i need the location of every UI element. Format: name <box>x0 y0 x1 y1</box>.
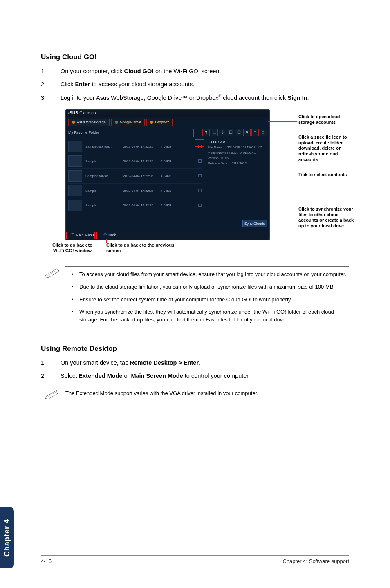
callout-open-accounts: Click to open cloud storage accounts <box>298 114 352 126</box>
bold-text: Sign In <box>287 94 307 101</box>
text: to control your computer. <box>183 373 250 379</box>
file-name: Sample <box>85 204 120 207</box>
select-all-icon[interactable]: ≡ <box>251 129 259 136</box>
note-body: •To access your cloud files from your sm… <box>65 266 349 328</box>
page-number: 4-16 <box>41 558 52 564</box>
tab-label: Google Drive <box>120 120 141 124</box>
file-size: 4.04KB <box>161 145 195 148</box>
info-heading: Cloud GO! <box>208 140 266 144</box>
info-line: Version : 0706 <box>208 156 266 160</box>
step-text: Log into your Asus WebStorage, Google Dr… <box>61 94 349 102</box>
bold-text: Remote Desktop > Enter <box>130 359 199 366</box>
file-thumbnail <box>68 200 82 211</box>
step-3: 3. Log into your Asus WebStorage, Google… <box>41 94 349 102</box>
create-folder-icon[interactable]: ▭ <box>211 129 218 136</box>
delete-icon[interactable]: ✕ <box>243 129 251 136</box>
back-arrow-icon: ↶ <box>103 232 107 238</box>
callout-toolbar: Click a specific icon to upload, create … <box>298 135 356 163</box>
cloud-tabs: Asus Webstorage Google Drive Dropbox <box>66 117 269 128</box>
table-row[interactable]: Sample 2012-04-04 17:22:36 4.04KB <box>68 183 202 198</box>
step-number: 3. <box>41 94 61 102</box>
note-item: •To access your cloud files from your sm… <box>65 271 349 278</box>
file-checkbox[interactable] <box>198 189 202 192</box>
file-checkbox[interactable] <box>198 145 202 148</box>
annotation-line <box>268 121 297 122</box>
note-text-single: The Extended Mode support varies with th… <box>65 388 349 399</box>
table-row[interactable]: Sample 2012-04-04 17:22:36 4.04KB <box>68 198 202 213</box>
text: . <box>199 359 200 366</box>
tab-dropbox[interactable]: Dropbox <box>146 119 173 126</box>
bullet: • <box>65 283 79 291</box>
asus-webstorage-icon <box>72 121 75 124</box>
note-icon-area <box>41 266 65 328</box>
file-date: 2012-04-04 17:22:36 <box>123 189 157 193</box>
text: to access your cloud storage accounts. <box>90 81 195 88</box>
info-line: Model Name : P8Z77-V DELUXE <box>208 151 266 155</box>
file-checkbox[interactable] <box>198 204 202 207</box>
callout-tick: Tick to select contents <box>298 172 347 178</box>
step-number: 1. <box>41 359 61 367</box>
table-row[interactable]: Sample 2012-04-04 17:22:36 4.04KB <box>68 154 202 168</box>
table-row[interactable]: Sampleanalysis... 2012-04-04 17:22:36 4.… <box>68 168 202 183</box>
sync-clouds-button[interactable]: Sync Clouds <box>242 220 267 227</box>
info-line: Release Date : 12/19/2012 <box>208 162 266 165</box>
cloud-go-figure: /SUS Cloud go Asus Webstorage Google Dri… <box>41 109 352 256</box>
chapter-title: Chapter 4: Software support <box>282 558 349 564</box>
info-panel: Cloud GO! File Name : 12345678-12345678_… <box>204 137 269 231</box>
back-button[interactable]: ↶ Back <box>100 231 119 239</box>
bottombar: ☰ Main Menu ↶ Back <box>66 231 269 240</box>
note-text: Due to the cloud storage limitation, you… <box>79 283 349 291</box>
tab-label: Dropbox <box>155 120 169 124</box>
toolbar: My Favorite Folder ⇧ ▭ ⇩ ☐ ☐ ✕ ≡ ⟳ <box>66 128 269 137</box>
text: cloud account then click <box>221 94 287 101</box>
bold-text: Main Screen Mode <box>131 373 183 379</box>
page: Using Cloud GO! 1. On your computer, cli… <box>0 0 390 588</box>
download-icon[interactable]: ⇩ <box>219 129 226 136</box>
bold-text: Extended Mode <box>78 373 122 379</box>
callout-sync: Click to synchronize your files to other… <box>298 206 356 229</box>
note-block-remote-desktop: The Extended Mode support varies with th… <box>41 388 349 399</box>
tab-google-drive[interactable]: Google Drive <box>111 119 145 126</box>
copy-icon[interactable]: ☐ <box>227 129 234 136</box>
refresh-icon[interactable]: ⟳ <box>260 129 267 136</box>
section-heading-cloud-go: Using Cloud GO! <box>41 53 349 61</box>
main-menu-label: Main Menu <box>76 233 94 237</box>
main-menu-button[interactable]: ☰ Main Menu <box>68 232 97 238</box>
step-2-rd: 2. Select Extended Mode or Main Screen M… <box>41 372 349 380</box>
step-2: 2. Click Enter to access your cloud stor… <box>41 80 349 88</box>
text: on the Wi-Fi GO! screen. <box>154 68 221 74</box>
table-row[interactable]: Sampleoldprivat... 2012-04-04 17:22:36 4… <box>68 139 202 154</box>
callout-mainmenu: Click to go back to Wi-Fi GO! window <box>50 242 95 254</box>
move-icon[interactable]: ☐ <box>235 129 242 136</box>
google-drive-icon <box>115 121 118 124</box>
dropbox-icon <box>150 121 153 124</box>
file-date: 2012-04-04 17:22:36 <box>123 159 157 163</box>
file-checkbox[interactable] <box>198 159 202 163</box>
note-text: To access your cloud files from your sma… <box>79 271 349 278</box>
bullet: • <box>65 296 79 304</box>
step-text: Click Enter to access your cloud storage… <box>61 80 349 88</box>
chapter-side-tab: Chapter 4 <box>0 507 14 568</box>
file-size: 4.04KB <box>161 204 195 207</box>
pencil-icon <box>45 388 62 399</box>
info-line: File Name : 12345678-12345678_12345678 <box>208 146 266 149</box>
step-number: 1. <box>41 67 61 75</box>
tab-asus-webstorage[interactable]: Asus Webstorage <box>68 119 110 126</box>
note-item: •Ensure to set the correct system time o… <box>65 296 349 304</box>
app-body: Sampleoldprivat... 2012-04-04 17:22:36 4… <box>66 137 269 231</box>
step-number: 2. <box>41 80 61 88</box>
file-date: 2012-04-04 17:22:36 <box>123 204 157 207</box>
file-checkbox[interactable] <box>198 174 202 177</box>
titlebar: /SUS Cloud go <box>66 110 269 117</box>
upload-icon[interactable]: ⇧ <box>202 129 210 136</box>
file-thumbnail <box>68 185 82 196</box>
bullet: • <box>65 308 79 324</box>
file-date: 2012-04-04 17:22:36 <box>123 174 157 178</box>
text: On your smart device, tap <box>61 359 130 366</box>
note-icon-area <box>41 388 65 399</box>
bold-text: Cloud GO! <box>124 68 154 74</box>
file-thumbnail <box>68 155 82 167</box>
file-name: Sampleanalysis... <box>85 174 120 178</box>
title-text: Cloud go <box>79 111 96 115</box>
step-1: 1. On your computer, click Cloud GO! on … <box>41 67 349 75</box>
